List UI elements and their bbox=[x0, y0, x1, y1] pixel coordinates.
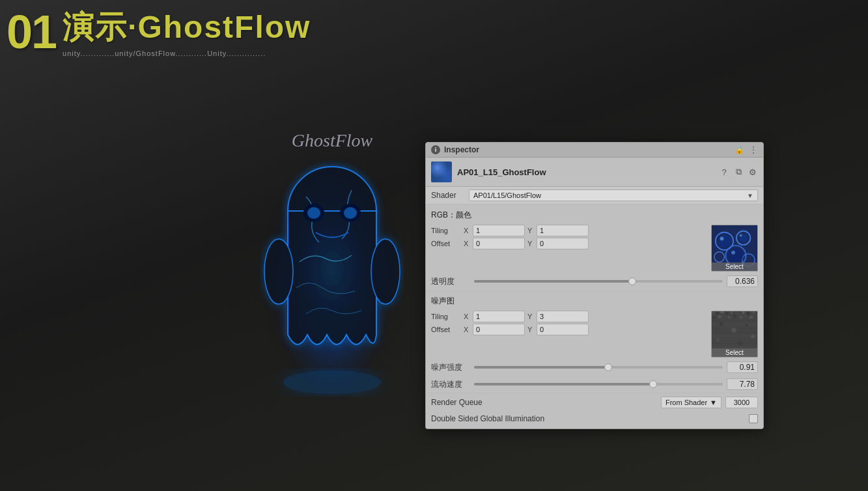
material-header: AP01_L15_GhostFlow ? ⧉ ⚙ bbox=[426, 158, 763, 187]
noise-offset-y-label: Y bbox=[527, 326, 534, 333]
divider-1 bbox=[426, 291, 763, 292]
flow-speed-value: 7.78 bbox=[727, 378, 758, 390]
svg-rect-36 bbox=[718, 315, 721, 318]
inspector-title: i Inspector bbox=[431, 145, 479, 154]
transparency-value: 0.636 bbox=[727, 275, 758, 287]
svg-rect-44 bbox=[712, 324, 757, 325]
info-icon: i bbox=[431, 145, 440, 154]
rgb-tiling-y-input[interactable] bbox=[537, 225, 589, 236]
rgb-texture-thumb: Select bbox=[711, 225, 758, 272]
svg-rect-26 bbox=[712, 311, 714, 314]
title-area: 01 演示·GhostFlow unity.............unity/… bbox=[7, 7, 311, 57]
svg-rect-27 bbox=[717, 313, 719, 315]
svg-point-12 bbox=[283, 371, 381, 394]
shader-select[interactable]: AP01/L15/GhostFlow ▼ bbox=[469, 189, 758, 201]
svg-point-21 bbox=[728, 248, 743, 263]
dsgi-checkbox[interactable] bbox=[749, 414, 758, 423]
rgb-offset-y-label: Y bbox=[527, 240, 534, 247]
transparency-thumb[interactable] bbox=[628, 277, 636, 285]
noise-offset-xy: X Y bbox=[464, 324, 589, 335]
gear-button[interactable]: ⚙ bbox=[748, 167, 758, 177]
rgb-section-header: RGB：颜色 bbox=[426, 207, 763, 223]
render-queue-select[interactable]: From Shader ▼ bbox=[661, 397, 721, 408]
rgb-tiling-y-label: Y bbox=[527, 227, 534, 234]
svg-point-19 bbox=[718, 235, 731, 247]
noise-tiling-x-input[interactable] bbox=[473, 311, 525, 322]
flow-speed-label: 流动速度 bbox=[431, 379, 470, 390]
shader-value: AP01/L15/GhostFlow bbox=[473, 191, 541, 199]
layers-button[interactable]: ⧉ bbox=[733, 167, 744, 177]
noise-tiling-label: Tiling bbox=[431, 313, 460, 320]
svg-rect-28 bbox=[721, 311, 724, 313]
rgb-texture-block: Tiling X Y Offset X Y bbox=[426, 223, 763, 273]
title-sub: unity.............unity/GhostFlow.......… bbox=[63, 49, 311, 57]
rgb-offset-xy: X Y bbox=[464, 238, 589, 249]
rgb-offset-x-input[interactable] bbox=[473, 238, 525, 249]
svg-point-54 bbox=[746, 324, 748, 326]
svg-point-57 bbox=[751, 335, 755, 339]
menu-button[interactable]: ⋮ bbox=[749, 145, 758, 154]
title-text-group: 演示·GhostFlow unity.............unity/Gho… bbox=[63, 7, 311, 57]
svg-rect-31 bbox=[736, 313, 739, 315]
noise-strength-value: 0.91 bbox=[727, 361, 758, 373]
render-queue-value-input[interactable] bbox=[725, 397, 758, 408]
svg-point-6 bbox=[371, 239, 400, 304]
svg-rect-37 bbox=[723, 316, 726, 318]
rgb-tiling-label: Tiling bbox=[431, 227, 460, 234]
svg-rect-32 bbox=[742, 311, 745, 314]
noise-offset-x-label: X bbox=[464, 326, 470, 333]
render-queue-row: Render Queue From Shader ▼ bbox=[426, 393, 763, 412]
noise-tiling-xy: X Y bbox=[464, 311, 589, 322]
noise-tiling-y-input[interactable] bbox=[537, 311, 589, 322]
noise-label: 噪声图 bbox=[431, 296, 455, 307]
svg-point-11 bbox=[293, 210, 371, 327]
svg-rect-30 bbox=[731, 311, 733, 314]
svg-rect-41 bbox=[745, 315, 747, 318]
svg-rect-33 bbox=[747, 312, 749, 315]
help-button[interactable]: ? bbox=[719, 167, 729, 177]
rgb-tiling-xy: X Y bbox=[464, 225, 589, 236]
rgb-tiling-x-label: X bbox=[464, 227, 470, 234]
svg-rect-35 bbox=[713, 316, 716, 319]
render-queue-arrow: ▼ bbox=[710, 399, 717, 406]
svg-rect-29 bbox=[725, 312, 728, 315]
rgb-texture-props: Tiling X Y Offset X Y bbox=[431, 225, 711, 249]
rgb-tiling-row: Tiling X Y bbox=[431, 225, 711, 236]
noise-offset-y-input[interactable] bbox=[537, 324, 589, 335]
noise-strength-row: 噪声强度 0.91 bbox=[426, 359, 763, 376]
noise-strength-thumb[interactable] bbox=[604, 363, 612, 371]
lock-button[interactable]: 🔒 bbox=[735, 145, 744, 154]
rgb-label: RGB：颜色 bbox=[431, 210, 471, 221]
svg-rect-43 bbox=[712, 320, 757, 322]
rgb-tiling-x-input[interactable] bbox=[473, 225, 525, 236]
svg-point-24 bbox=[731, 251, 735, 255]
inspector-panel: i Inspector 🔒 ⋮ AP01_L15_GhostFlow ? ⧉ ⚙… bbox=[425, 142, 764, 429]
title-number: 01 bbox=[7, 8, 56, 55]
material-name: AP01_L15_GhostFlow bbox=[457, 167, 714, 177]
noise-texture-block: Tiling X Y Offset X Y bbox=[426, 309, 763, 359]
svg-point-53 bbox=[731, 328, 736, 333]
transparency-row: 透明度 0.636 bbox=[426, 273, 763, 290]
noise-strength-fill bbox=[474, 366, 608, 369]
rgb-select-button[interactable]: Select bbox=[712, 262, 757, 271]
shader-label: Shader bbox=[431, 191, 464, 200]
transparency-fill bbox=[474, 280, 632, 283]
noise-strength-slider[interactable] bbox=[474, 366, 723, 369]
flow-speed-slider[interactable] bbox=[474, 383, 723, 386]
noise-offset-row: Offset X Y bbox=[431, 324, 711, 335]
ghost-label: GhostFlow bbox=[247, 130, 417, 151]
flow-speed-fill bbox=[474, 383, 653, 386]
noise-offset-x-input[interactable] bbox=[473, 324, 525, 335]
flow-speed-thumb[interactable] bbox=[649, 380, 657, 388]
ghost-figure bbox=[260, 158, 404, 405]
ghost-svg bbox=[260, 158, 404, 405]
flow-speed-row: 流动速度 7.78 bbox=[426, 376, 763, 393]
svg-point-55 bbox=[716, 338, 720, 342]
svg-point-23 bbox=[740, 234, 742, 237]
properties-area: RGB：颜色 Tiling X Y Offset bbox=[426, 204, 763, 428]
noise-tiling-row: Tiling X Y bbox=[431, 311, 711, 322]
noise-select-button[interactable]: Select bbox=[712, 348, 757, 357]
transparency-slider[interactable] bbox=[474, 280, 723, 283]
rgb-offset-y-input[interactable] bbox=[537, 238, 589, 249]
dsgi-label: Double Sided Global Illumination bbox=[431, 414, 745, 423]
